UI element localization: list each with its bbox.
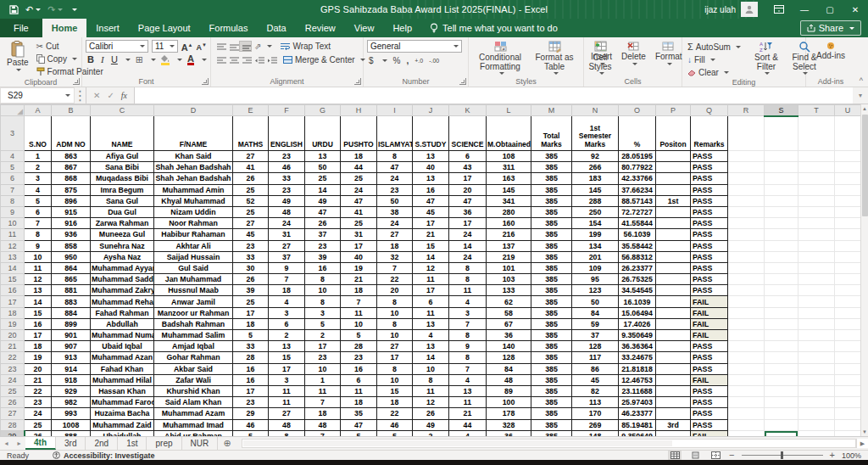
wrap-text-button[interactable]: Wrap Text xyxy=(279,40,332,52)
cell-E22[interactable]: 28 xyxy=(233,352,269,363)
cell-D25[interactable]: Khurshid Khan xyxy=(154,385,233,396)
cell-A15[interactable]: 12 xyxy=(25,274,52,285)
cell-D28[interactable]: Muhammad Imad xyxy=(154,419,233,430)
cell-C8[interactable]: Sana Gul xyxy=(91,195,154,206)
cell-J12[interactable]: 15 xyxy=(413,240,449,251)
cell-M19[interactable]: 385 xyxy=(531,318,572,329)
cell-B23[interactable]: 914 xyxy=(52,363,91,374)
cell-C27[interactable]: Huzaima Bacha xyxy=(91,408,154,419)
cell-G20[interactable]: 2 xyxy=(305,330,341,341)
cell-M7[interactable]: 385 xyxy=(531,184,572,195)
row-header-24[interactable]: 24 xyxy=(1,374,25,385)
cell-P11[interactable] xyxy=(656,229,691,240)
cell-B4[interactable]: 863 xyxy=(52,151,91,162)
sheet-tab-nur[interactable]: NUR xyxy=(182,437,219,450)
cell-F19[interactable]: 6 xyxy=(269,318,305,329)
cell-M10[interactable]: 385 xyxy=(531,218,572,229)
column-header-R[interactable]: R xyxy=(728,105,765,116)
cell-R11[interactable] xyxy=(728,229,765,240)
cell-U20[interactable] xyxy=(835,330,861,341)
cell-T20[interactable] xyxy=(798,330,835,341)
cell-Q23[interactable]: PASS xyxy=(691,363,728,374)
cell-U16[interactable] xyxy=(835,285,861,296)
cell-U15[interactable] xyxy=(835,274,861,285)
cell-Q22[interactable]: PASS xyxy=(691,352,728,363)
accessibility-status[interactable]: Accessibility: Investigate xyxy=(53,451,155,460)
font-name-select[interactable]: Calibri xyxy=(86,40,148,53)
cell-R18[interactable] xyxy=(728,307,765,318)
cell-R5[interactable] xyxy=(728,162,765,173)
cell-L16[interactable]: 133 xyxy=(487,285,531,296)
cell-I8[interactable]: 50 xyxy=(377,195,413,206)
cell-O19[interactable]: 17.4026 xyxy=(619,318,656,329)
cell-O26[interactable]: 25.97403 xyxy=(619,397,656,408)
cell-M26[interactable]: 385 xyxy=(531,397,572,408)
cell-H19[interactable]: 10 xyxy=(341,318,377,329)
cell-M23[interactable]: 385 xyxy=(531,363,572,374)
cell-A28[interactable]: 25 xyxy=(25,419,52,430)
cell-Q24[interactable]: FAIL xyxy=(691,374,728,385)
row-header-26[interactable]: 26 xyxy=(1,397,25,408)
cell-R26[interactable] xyxy=(728,397,765,408)
cell-J19[interactable]: 13 xyxy=(413,318,449,329)
cell-M15[interactable]: 385 xyxy=(531,274,572,285)
cell-T11[interactable] xyxy=(798,229,835,240)
cell-Q17[interactable]: FAIL xyxy=(691,296,728,307)
increase-decimal-button[interactable]: +.0 xyxy=(415,58,423,64)
cell-D16[interactable]: Hussnul Maab xyxy=(154,285,233,296)
cell-E11[interactable]: 45 xyxy=(233,229,269,240)
cell-S21[interactable] xyxy=(765,341,798,352)
cell-O13[interactable]: 56.88312 xyxy=(619,251,656,262)
cell-B18[interactable]: 884 xyxy=(52,307,91,318)
cell-B7[interactable]: 875 xyxy=(52,184,91,195)
table-header-I3[interactable]: ISLAMYAT xyxy=(377,116,413,151)
cell-H27[interactable]: 35 xyxy=(341,408,377,419)
row-header-17[interactable]: 17 xyxy=(1,296,25,307)
cell-F6[interactable]: 33 xyxy=(269,173,305,184)
cell-E16[interactable]: 39 xyxy=(233,285,269,296)
cell-Q10[interactable]: PASS xyxy=(691,218,728,229)
tell-me-box[interactable]: Tell me what you want to do xyxy=(421,19,566,37)
cell-P20[interactable] xyxy=(656,330,691,341)
cell-I22[interactable]: 17 xyxy=(377,352,413,363)
row-header-11[interactable]: 11 xyxy=(1,229,25,240)
delete-cells-button[interactable]: Delete xyxy=(618,40,649,66)
cell-K19[interactable]: 7 xyxy=(449,318,487,329)
cell-K8[interactable]: 47 xyxy=(449,195,487,206)
cell-I21[interactable]: 27 xyxy=(377,341,413,352)
table-header-B3[interactable]: ADM NO xyxy=(52,116,91,151)
cell-J18[interactable]: 11 xyxy=(413,307,449,318)
column-header-J[interactable]: J xyxy=(413,105,449,116)
cell-K22[interactable]: 8 xyxy=(449,352,487,363)
cell-J13[interactable]: 14 xyxy=(413,251,449,262)
cell-S3[interactable] xyxy=(765,116,798,151)
cell-A5[interactable]: 2 xyxy=(25,162,52,173)
save-button[interactable] xyxy=(7,5,21,14)
cell-L22[interactable]: 128 xyxy=(487,352,531,363)
cell-N26[interactable]: 113 xyxy=(572,397,619,408)
cell-I6[interactable]: 24 xyxy=(377,173,413,184)
cell-H6[interactable]: 25 xyxy=(341,173,377,184)
table-header-H3[interactable]: PUSHTO xyxy=(341,116,377,151)
cell-L25[interactable]: 89 xyxy=(487,385,531,396)
cell-G28[interactable]: 48 xyxy=(305,419,341,430)
cell-E15[interactable]: 26 xyxy=(233,274,269,285)
cell-N10[interactable]: 154 xyxy=(572,218,619,229)
cell-O12[interactable]: 35.58442 xyxy=(619,240,656,251)
cell-S11[interactable] xyxy=(765,229,798,240)
cell-A23[interactable]: 20 xyxy=(25,363,52,374)
cell-S10[interactable] xyxy=(765,218,798,229)
cell-N25[interactable]: 82 xyxy=(572,385,619,396)
cell-T16[interactable] xyxy=(798,285,835,296)
cell-L8[interactable]: 341 xyxy=(487,195,531,206)
cell-H5[interactable]: 44 xyxy=(341,162,377,173)
cell-G10[interactable]: 26 xyxy=(305,218,341,229)
minimize-button[interactable]: — xyxy=(792,0,817,19)
cell-U6[interactable] xyxy=(835,173,861,184)
cell-I9[interactable]: 38 xyxy=(377,206,413,217)
cell-F12[interactable]: 27 xyxy=(269,240,305,251)
cell-P13[interactable] xyxy=(656,251,691,262)
cell-C10[interactable]: Zarwa Rahman xyxy=(91,218,154,229)
cell-K11[interactable]: 24 xyxy=(449,229,487,240)
cell-B13[interactable]: 950 xyxy=(52,251,91,262)
